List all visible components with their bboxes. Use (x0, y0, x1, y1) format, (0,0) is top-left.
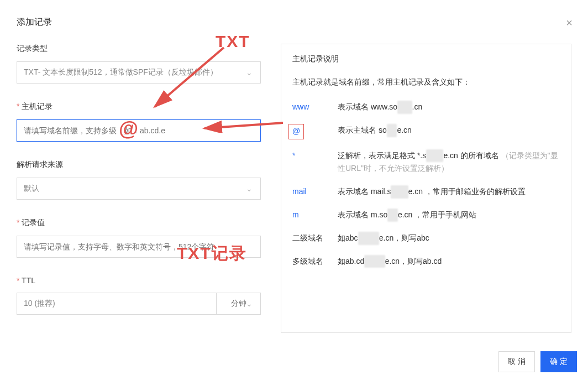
help-row: @表示主域名 soinge.cn (292, 124, 560, 139)
help-row: 二级域名如abc.boinge.cn，则写abc (292, 232, 560, 245)
record-type-label: 记录类型 (17, 44, 261, 54)
help-val: 泛解析，表示满足格式 *.soringe.cn 的所有域名 （记录类型为"显性U… (338, 149, 560, 176)
host-label: 主机记录 (17, 102, 261, 112)
chevron-down-icon: ⌄ (246, 184, 253, 193)
resolve-src-select[interactable]: 默认 ⌄ (17, 178, 261, 200)
modal-title: 添加记录 (17, 17, 571, 28)
help-intro: 主机记录就是域名前缀，常用主机记录及含义如下： (292, 77, 560, 87)
ttl-value: 10 (推荐) (24, 299, 55, 309)
ttl-unit-value: 分钟 (231, 299, 246, 309)
ttl-unit-select[interactable]: 分钟 ⌄ (217, 293, 261, 315)
help-row: www表示域名 www.soingg.cn (292, 101, 560, 114)
ttl-label: TTL (17, 276, 261, 285)
record-type-select[interactable]: TXT- 文本长度限制512，通常做SPF记录（反垃圾邮件） ⌄ (17, 61, 261, 84)
record-value-label: 记录值 (17, 218, 261, 228)
help-val: 表示域名 mail.soringe.cn ，常用于邮箱业务的解析设置 (338, 185, 526, 199)
host-input[interactable] (17, 119, 261, 142)
ttl-select[interactable]: 10 (推荐) (17, 293, 217, 315)
help-key: mail (292, 185, 338, 199)
help-row: mail表示域名 mail.soringe.cn ，常用于邮箱业务的解析设置 (292, 185, 560, 199)
record-value-input[interactable] (17, 236, 261, 258)
help-key: 多级域名 (292, 255, 338, 268)
form-column: 记录类型 TXT- 文本长度限制512，通常做SPF记录（反垃圾邮件） ⌄ 主机… (17, 44, 261, 333)
help-rows: www表示域名 www.soingg.cn@表示主域名 soinge.cn*泛解… (292, 101, 560, 268)
resolve-src-label: 解析请求来源 (17, 160, 261, 170)
help-key: @ (292, 124, 338, 139)
resolve-src-value: 默认 (24, 184, 39, 194)
help-val: 表示域名 m.soinge.cn ，常用于手机网站 (338, 209, 476, 222)
record-type-value: TXT- 文本长度限制512，通常做SPF记录（反垃圾邮件） (24, 67, 218, 77)
help-row: *泛解析，表示满足格式 *.soringe.cn 的所有域名 （记录类型为"显性… (292, 149, 560, 176)
help-row: 多级域名如ab.cd.yoinge.cn，则写ab.cd (292, 255, 560, 268)
help-row: m表示域名 m.soinge.cn ，常用于手机网站 (292, 209, 560, 222)
confirm-button[interactable]: 确 定 (540, 351, 577, 372)
cancel-button[interactable]: 取 消 (498, 351, 535, 372)
chevron-down-icon: ⌄ (246, 299, 253, 308)
help-val: 如abc.boinge.cn，则写abc (338, 232, 429, 245)
help-key: www (292, 101, 338, 114)
footer: 取 消 确 定 (498, 351, 577, 372)
chevron-down-icon: ⌄ (246, 68, 253, 77)
help-val: 如ab.cd.yoinge.cn，则写ab.cd (338, 255, 442, 268)
help-val: 表示主域名 soinge.cn (338, 124, 412, 139)
help-val: 表示域名 www.soingg.cn (338, 101, 422, 114)
help-key: 二级域名 (292, 232, 338, 245)
help-key: m (292, 209, 338, 222)
help-key: * (292, 149, 338, 176)
help-panel: 主机记录说明 主机记录就是域名前缀，常用主机记录及含义如下： www表示域名 w… (281, 44, 571, 333)
help-title: 主机记录说明 (292, 54, 560, 64)
close-icon[interactable]: × (566, 17, 573, 29)
